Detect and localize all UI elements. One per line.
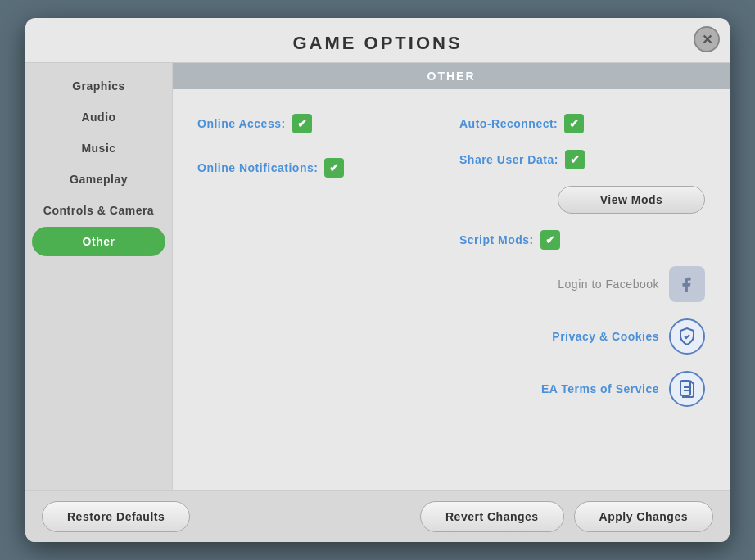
privacy-cookies-button[interactable] (669, 318, 705, 355)
auto-reconnect-row: Auto-Reconnect: ✔ (459, 114, 584, 133)
restore-defaults-button[interactable]: Restore Defaults (42, 501, 190, 532)
login-facebook-label: Login to Facebook (558, 278, 659, 291)
online-notifications-row: Online Notifications: ✔ (197, 158, 443, 178)
footer-right-buttons: Revert Changes Apply Changes (420, 501, 713, 532)
online-access-checkbox[interactable]: ✔ (292, 114, 312, 133)
script-mods-checkbox[interactable]: ✔ (540, 230, 560, 250)
left-column: Online Access: ✔ Online Notifications: ✔ (197, 106, 443, 407)
sidebar-item-music[interactable]: Music (32, 133, 165, 163)
content-panel: Other Online Access: ✔ Online Notificati… (173, 63, 730, 490)
online-notifications-checkbox[interactable]: ✔ (324, 158, 344, 178)
right-column: Auto-Reconnect: ✔ Share User Data: ✔ Vie… (459, 106, 705, 407)
close-button[interactable]: ✕ (694, 26, 720, 52)
share-user-data-checkbox[interactable]: ✔ (565, 150, 585, 169)
section-header: Other (173, 63, 730, 89)
script-mods-label: Script Mods: (459, 233, 534, 246)
script-mods-row: Script Mods: ✔ (459, 230, 560, 250)
sidebar-item-controls-camera[interactable]: Controls & Camera (32, 196, 165, 225)
game-options-dialog: Game Options ✕ Graphics Audio Music Game… (25, 18, 730, 542)
dialog-title: Game Options (292, 33, 462, 53)
share-user-data-row: Share User Data: ✔ (459, 150, 585, 169)
ea-terms-label: EA Terms of Service (541, 382, 659, 395)
sidebar-item-gameplay[interactable]: Gameplay (32, 165, 165, 194)
dialog-header: Game Options ✕ (25, 18, 730, 63)
auto-reconnect-checkbox[interactable]: ✔ (564, 114, 584, 133)
view-mods-button[interactable]: View Mods (558, 186, 705, 214)
login-facebook-row: Login to Facebook (558, 266, 705, 302)
online-notifications-label: Online Notifications: (197, 161, 318, 174)
sidebar-item-other[interactable]: Other (32, 227, 165, 256)
share-user-data-label: Share User Data: (459, 153, 558, 166)
sidebar: Graphics Audio Music Gameplay Controls &… (25, 63, 173, 490)
ea-terms-row: EA Terms of Service (541, 371, 705, 407)
sidebar-item-audio[interactable]: Audio (32, 102, 165, 132)
dialog-body: Graphics Audio Music Gameplay Controls &… (25, 63, 730, 490)
facebook-button[interactable] (669, 266, 705, 302)
dialog-footer: Restore Defaults Revert Changes Apply Ch… (25, 490, 730, 542)
auto-reconnect-label: Auto-Reconnect: (459, 117, 558, 130)
online-access-row: Online Access: ✔ (197, 114, 443, 133)
privacy-cookies-row: Privacy & Cookies (552, 318, 705, 355)
ea-terms-button[interactable] (669, 371, 705, 407)
privacy-cookies-label: Privacy & Cookies (552, 330, 659, 343)
revert-changes-button[interactable]: Revert Changes (420, 501, 564, 532)
content-area: Online Access: ✔ Online Notifications: ✔… (173, 89, 730, 490)
sidebar-item-graphics[interactable]: Graphics (32, 71, 165, 101)
online-access-label: Online Access: (197, 117, 286, 130)
apply-changes-button[interactable]: Apply Changes (574, 501, 713, 532)
